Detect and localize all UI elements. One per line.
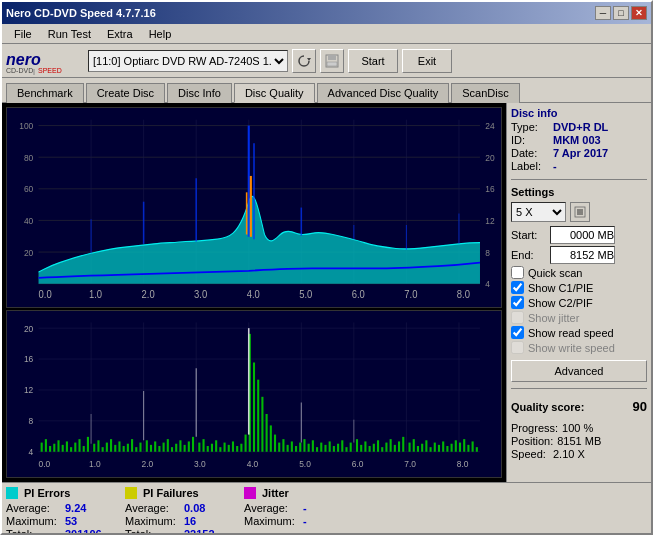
start-button[interactable]: Start — [348, 49, 398, 73]
svg-rect-118 — [198, 443, 200, 452]
quality-score-row: Quality score: 90 — [511, 399, 647, 414]
menu-run-test[interactable]: Run Test — [40, 26, 99, 42]
svg-text:3.0: 3.0 — [194, 458, 206, 468]
pi-failures-avg-value: 0.08 — [184, 502, 224, 514]
svg-rect-106 — [146, 440, 148, 451]
pi-failures-total-row: Total: 22152 — [125, 528, 224, 535]
svg-text:20: 20 — [24, 247, 33, 258]
svg-rect-86 — [57, 440, 59, 451]
pi-failures-label: PI Failures — [143, 487, 199, 499]
tab-scandisc[interactable]: ScanDisc — [451, 83, 519, 103]
show-c2-checkbox[interactable] — [511, 296, 524, 309]
svg-rect-131 — [253, 363, 255, 452]
minimize-button[interactable]: ─ — [595, 6, 611, 20]
svg-rect-95 — [97, 440, 99, 451]
svg-rect-180 — [463, 439, 465, 452]
position-row: Position: 8151 MB — [511, 435, 647, 447]
tab-disc-quality[interactable]: Disc Quality — [234, 83, 315, 103]
svg-rect-99 — [114, 445, 116, 452]
svg-text:6.0: 6.0 — [352, 458, 364, 468]
tab-benchmark[interactable]: Benchmark — [6, 83, 84, 103]
pi-errors-max-value: 53 — [65, 515, 105, 527]
jitter-max-value: - — [303, 515, 343, 527]
tab-disc-info[interactable]: Disc Info — [167, 83, 232, 103]
start-mb-input[interactable] — [550, 226, 615, 244]
svg-rect-127 — [236, 446, 238, 452]
svg-rect-113 — [175, 444, 177, 452]
show-read-checkbox[interactable] — [511, 326, 524, 339]
svg-rect-117 — [192, 437, 194, 452]
menu-help[interactable]: Help — [141, 26, 180, 42]
jitter-avg-label: Average: — [244, 502, 299, 514]
show-c1-checkbox[interactable] — [511, 281, 524, 294]
disc-info-title: Disc info — [511, 107, 647, 119]
date-value: 7 Apr 2017 — [553, 147, 608, 159]
close-button[interactable]: ✕ — [631, 6, 647, 20]
svg-text:5.0: 5.0 — [299, 458, 311, 468]
tab-advanced-disc-quality[interactable]: Advanced Disc Quality — [317, 83, 450, 103]
svg-text:4: 4 — [29, 447, 34, 457]
svg-rect-147 — [320, 443, 322, 452]
menu-bar: File Run Test Extra Help — [2, 24, 651, 44]
svg-text:80: 80 — [24, 152, 33, 163]
svg-rect-116 — [188, 442, 190, 452]
svg-rect-101 — [123, 446, 125, 452]
jitter-header: Jitter — [244, 487, 345, 499]
settings-icon-btn[interactable] — [570, 202, 590, 222]
position-value: 8151 MB — [557, 435, 601, 447]
tab-create-disc[interactable]: Create Disc — [86, 83, 165, 103]
svg-rect-167 — [409, 443, 411, 452]
svg-rect-151 — [337, 444, 339, 452]
svg-rect-110 — [163, 443, 165, 452]
drive-selector[interactable]: [11:0] Optiarc DVD RW AD-7240S 1.04 — [88, 50, 288, 72]
svg-rect-163 — [390, 439, 392, 452]
save-icon-btn[interactable] — [320, 49, 344, 73]
maximize-button[interactable]: □ — [613, 6, 629, 20]
svg-text:8: 8 — [485, 247, 490, 258]
svg-rect-156 — [360, 445, 362, 452]
advanced-button[interactable]: Advanced — [511, 360, 647, 382]
show-c1-row: Show C1/PIE — [511, 281, 647, 294]
svg-rect-169 — [417, 446, 419, 452]
svg-rect-178 — [455, 440, 457, 451]
progress-row: Progress: 100 % — [511, 422, 647, 434]
pi-failures-avg-row: Average: 0.08 — [125, 502, 224, 514]
svg-rect-176 — [446, 446, 448, 452]
svg-rect-175 — [442, 442, 444, 452]
show-read-label: Show read speed — [528, 327, 614, 339]
svg-rect-102 — [127, 444, 129, 452]
refresh-icon-btn[interactable] — [292, 49, 316, 73]
svg-rect-114 — [179, 440, 181, 451]
svg-text:6.0: 6.0 — [352, 288, 366, 300]
pi-errors-max-row: Maximum: 53 — [6, 515, 105, 527]
pi-errors-max-label: Maximum: — [6, 515, 61, 527]
svg-text:16: 16 — [485, 184, 494, 195]
svg-rect-91 — [78, 439, 80, 452]
menu-file[interactable]: File — [6, 26, 40, 42]
svg-rect-161 — [381, 447, 383, 452]
svg-text:1.0: 1.0 — [89, 458, 101, 468]
svg-rect-89 — [70, 447, 72, 452]
svg-rect-159 — [373, 444, 375, 452]
svg-rect-125 — [228, 445, 230, 452]
chart-area: 100 80 60 40 20 24 20 16 12 8 4 0.0 1.0 … — [2, 103, 506, 482]
end-mb-input[interactable] — [550, 246, 615, 264]
stats-bar: PI Errors Average: 9.24 Maximum: 53 Tota… — [2, 482, 651, 535]
svg-rect-146 — [316, 447, 318, 452]
exit-button[interactable]: Exit — [402, 49, 452, 73]
pi-failures-group: PI Failures Average: 0.08 Maximum: 16 To… — [125, 487, 224, 535]
menu-extra[interactable]: Extra — [99, 26, 141, 42]
svg-rect-88 — [66, 442, 68, 452]
svg-rect-112 — [171, 447, 173, 452]
svg-text:12: 12 — [24, 385, 33, 395]
window-title: Nero CD-DVD Speed 4.7.7.16 — [6, 7, 156, 19]
label-value: - — [553, 160, 557, 172]
svg-rect-85 — [53, 444, 55, 452]
quick-scan-checkbox[interactable] — [511, 266, 524, 279]
pi-errors-total-label: Total: — [6, 528, 61, 535]
svg-rect-90 — [74, 443, 76, 452]
disc-id-row: ID: MKM 003 — [511, 134, 647, 146]
speed-selector[interactable]: 5 X — [511, 202, 566, 222]
type-value: DVD+R DL — [553, 121, 608, 133]
svg-rect-82 — [41, 443, 43, 452]
